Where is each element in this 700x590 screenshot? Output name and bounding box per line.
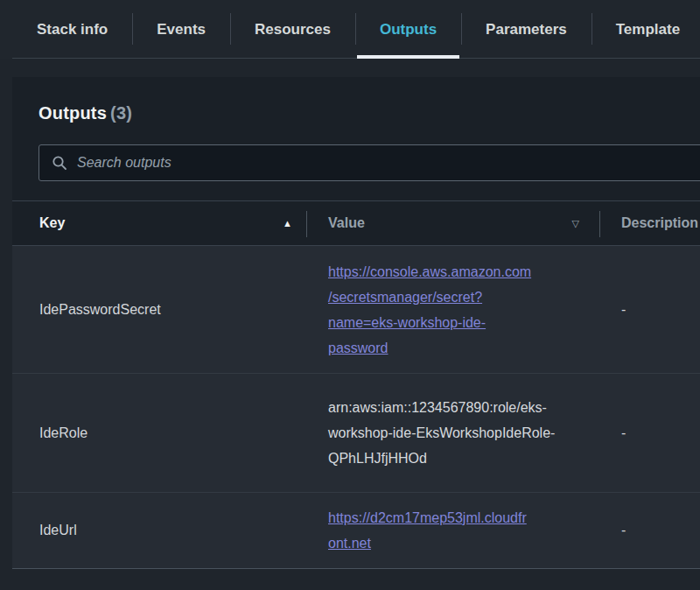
sort-ascending-icon[interactable]: ▲ bbox=[283, 219, 292, 228]
search-outputs-box bbox=[38, 144, 700, 181]
table-row: IdeRole arn:aws:iam::1234567890:role/eks… bbox=[12, 373, 700, 492]
tab-template[interactable]: Template bbox=[592, 0, 700, 59]
output-description: - bbox=[600, 523, 700, 538]
output-description: - bbox=[600, 425, 700, 441]
outputs-panel: Outputs(3) Key ▲ Value ▽ bbox=[12, 77, 700, 569]
panel-title-text: Outputs bbox=[38, 103, 107, 123]
tab-outputs[interactable]: Outputs bbox=[355, 0, 461, 59]
tab-label: Events bbox=[157, 21, 206, 39]
output-value-cell: https://d2cm17mep53jml.cloudfront.net bbox=[307, 493, 600, 568]
outputs-panel-header: Outputs(3) bbox=[12, 77, 700, 200]
sort-down-icon[interactable]: ▽ bbox=[572, 219, 579, 228]
tab-label: Stack info bbox=[37, 21, 108, 39]
tab-label: Resources bbox=[255, 21, 331, 39]
column-header-value[interactable]: Value ▽ bbox=[307, 201, 600, 245]
cloudformation-stack-screen: Stack info Events Resources Outputs Para… bbox=[0, 0, 700, 590]
column-header-key[interactable]: Key ▲ bbox=[12, 201, 307, 245]
table-row: IdePasswordSecret https://console.aws.am… bbox=[12, 246, 700, 373]
output-value-text: arn:aws:iam::1234567890:role/eks-worksho… bbox=[328, 400, 555, 466]
panel-title: Outputs(3) bbox=[38, 103, 700, 123]
tab-stack-info[interactable]: Stack info bbox=[12, 0, 132, 59]
column-label: Key bbox=[39, 215, 65, 231]
column-label: Description bbox=[621, 215, 698, 231]
tab-label: Parameters bbox=[486, 21, 567, 39]
output-key: IdeUrl bbox=[12, 523, 307, 538]
output-key: IdeRole bbox=[12, 425, 307, 441]
table-row: IdeUrl https://d2cm17mep53jml.cloudfront… bbox=[12, 492, 700, 568]
tab-resources[interactable]: Resources bbox=[230, 0, 355, 59]
tab-label: Template bbox=[616, 21, 680, 39]
tab-parameters[interactable]: Parameters bbox=[461, 0, 592, 59]
tab-events[interactable]: Events bbox=[132, 0, 230, 59]
output-value-link[interactable]: https://console.aws.amazon.com/secretsma… bbox=[328, 259, 533, 361]
output-value-cell: https://console.aws.amazon.com/secretsma… bbox=[307, 247, 600, 373]
search-icon bbox=[52, 155, 67, 171]
output-value-cell: arn:aws:iam::1234567890:role/eks-worksho… bbox=[307, 383, 600, 483]
output-value-link[interactable]: https://d2cm17mep53jml.cloudfront.net bbox=[328, 505, 533, 556]
column-header-description[interactable]: Description bbox=[600, 201, 700, 245]
outputs-count-badge: (3) bbox=[110, 103, 132, 123]
outputs-table-header: Key ▲ Value ▽ Description bbox=[12, 200, 700, 246]
output-key: IdePasswordSecret bbox=[12, 302, 307, 318]
search-outputs-input[interactable] bbox=[77, 155, 700, 171]
tab-label: Outputs bbox=[380, 21, 437, 39]
stack-detail-tabs: Stack info Events Resources Outputs Para… bbox=[0, 0, 700, 59]
outputs-table-body: IdePasswordSecret https://console.aws.am… bbox=[12, 246, 700, 568]
output-description: - bbox=[600, 302, 700, 318]
column-label: Value bbox=[328, 215, 365, 231]
